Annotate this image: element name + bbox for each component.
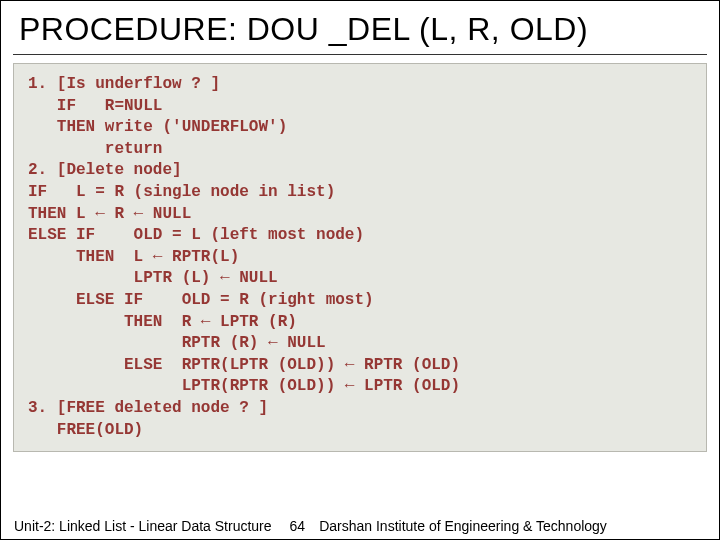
footer-institute: Darshan Institute of Engineering & Techn… (319, 518, 710, 534)
code-box: 1. [Is underflow ? ] IF R=NULL THEN writ… (13, 63, 707, 452)
footer-page: 64 (290, 518, 306, 534)
slide-title: PROCEDURE: DOU _DEL (L, R, OLD) (1, 1, 719, 54)
procedure-code: 1. [Is underflow ? ] IF R=NULL THEN writ… (28, 74, 692, 441)
title-underline (13, 54, 707, 55)
footer-unit: Unit-2: Linked List - Linear Data Struct… (10, 518, 272, 534)
footer: Unit-2: Linked List - Linear Data Struct… (0, 518, 720, 534)
